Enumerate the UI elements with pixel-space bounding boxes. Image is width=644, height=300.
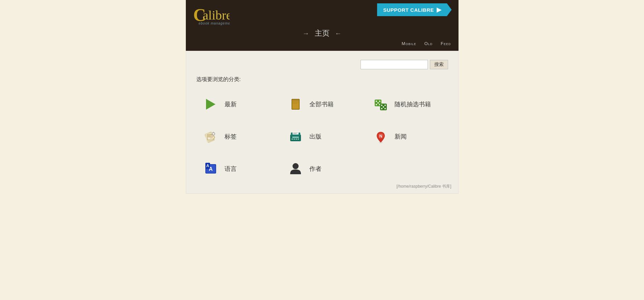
svg-rect-6: [293, 100, 299, 101]
chevron-right-icon: [202, 96, 219, 113]
calibre-logo: C alibre ebook management: [193, 3, 230, 26]
category-allbooks-label: 全部书籍: [309, 100, 334, 108]
category-tags-label: 标签: [225, 133, 237, 141]
svg-text:ebook management: ebook management: [199, 22, 230, 25]
support-calibre-button[interactable]: SUPPORT CALIBRE ▶: [377, 3, 451, 16]
svg-point-28: [212, 133, 215, 135]
category-news-label: 新闻: [395, 133, 407, 141]
support-label: SUPPORT CALIBRE: [383, 7, 434, 13]
nav-center: → 主页 ←: [193, 28, 452, 40]
svg-rect-8: [293, 103, 297, 104]
news-icon: N: [372, 128, 389, 145]
category-language-label: 语言: [225, 165, 237, 173]
svg-text:alibre: alibre: [203, 8, 230, 22]
svg-text:A: A: [206, 163, 209, 168]
section-title: 选项要浏览的分类:: [196, 76, 448, 83]
tag-icon: [202, 128, 219, 145]
svg-rect-5: [292, 100, 299, 109]
page-wrapper: C alibre ebook management SUPPORT CALIBR…: [0, 0, 644, 194]
book-icon: [287, 96, 304, 113]
svg-point-12: [377, 102, 379, 104]
svg-rect-33: [294, 139, 295, 140]
svg-point-18: [383, 106, 384, 108]
category-author-label: 作者: [309, 165, 321, 173]
category-random-label: 随机抽选书籍: [395, 100, 431, 108]
svg-point-10: [376, 101, 377, 102]
svg-point-49: [293, 163, 299, 169]
svg-rect-34: [296, 139, 297, 140]
svg-point-11: [379, 101, 380, 102]
category-tags[interactable]: 标签: [200, 125, 278, 148]
svg-rect-36: [292, 137, 299, 138]
svg-text:N: N: [379, 134, 382, 139]
category-allbooks[interactable]: 全部书籍: [284, 93, 363, 115]
svg-point-20: [384, 108, 386, 109]
svg-rect-7: [293, 102, 299, 102]
category-newest-label: 最新: [225, 100, 237, 108]
dice-icon: [372, 96, 389, 113]
nav-link-old[interactable]: Old: [424, 41, 433, 46]
svg-rect-37: [293, 132, 299, 135]
category-author[interactable]: 作者: [284, 158, 363, 180]
categories-grid: 最新 全部书籍: [200, 93, 448, 180]
nav-link-feed[interactable]: Feed: [441, 41, 451, 46]
library-path: [/home/raspberry/Calibre 书库]: [397, 184, 451, 189]
nav-title: 主页: [315, 28, 330, 38]
main-container: C alibre ebook management SUPPORT CALIBR…: [186, 0, 459, 194]
header-top: C alibre ebook management SUPPORT CALIBR…: [193, 3, 452, 26]
author-icon: [287, 160, 304, 177]
nav-prev-arrow[interactable]: →: [303, 30, 309, 37]
content-area: 搜索 选项要浏览的分类: 最新: [186, 51, 459, 194]
svg-rect-32: [292, 139, 293, 140]
category-publisher[interactable]: 出版: [284, 125, 363, 148]
category-newest[interactable]: 最新: [200, 93, 278, 115]
svg-point-13: [376, 104, 377, 105]
header: C alibre ebook management SUPPORT CALIBR…: [186, 0, 459, 51]
search-bar: 搜索: [196, 58, 448, 69]
svg-point-17: [384, 105, 386, 106]
category-news[interactable]: N 新闻: [370, 125, 448, 148]
language-icon: A A A: [202, 160, 219, 177]
search-input[interactable]: [361, 60, 428, 69]
svg-point-16: [381, 105, 382, 106]
svg-marker-3: [206, 99, 215, 110]
header-nav: Mobile Old Feed: [193, 40, 452, 48]
category-publisher-label: 出版: [309, 133, 321, 141]
search-button[interactable]: 搜索: [430, 60, 448, 69]
category-language[interactable]: A A A 语言: [200, 158, 278, 180]
logo-area: C alibre ebook management: [193, 3, 230, 26]
svg-rect-35: [298, 139, 299, 140]
nav-next-arrow[interactable]: ←: [335, 30, 342, 37]
publisher-icon: [287, 128, 304, 145]
svg-point-19: [381, 108, 382, 109]
nav-link-mobile[interactable]: Mobile: [402, 41, 416, 46]
arrow-icon: ▶: [437, 6, 442, 13]
category-random[interactable]: 随机抽选书籍: [370, 93, 448, 115]
